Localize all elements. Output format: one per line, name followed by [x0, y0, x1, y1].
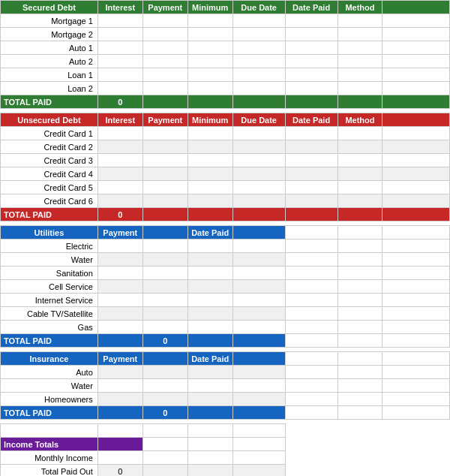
secured-loan1-datepaid[interactable] [285, 68, 338, 82]
utilities-sanitation-payment[interactable] [98, 267, 142, 280]
unsecured-cc6-payment[interactable] [142, 194, 188, 208]
insurance-water-payment[interactable] [98, 379, 142, 393]
secured-auto2-datepaid[interactable] [285, 55, 338, 68]
unsecured-cc6-minimum[interactable] [188, 194, 232, 208]
utilities-electric-c3[interactable] [142, 240, 188, 253]
utilities-water-c5[interactable] [232, 253, 285, 267]
income-totalpaidout-value[interactable]: 0 [98, 465, 142, 477]
insurance-homeowners-datepaid[interactable] [188, 393, 232, 406]
unsecured-cc5-interest[interactable] [98, 181, 142, 194]
utilities-internet-c3[interactable] [142, 294, 188, 307]
insurance-homeowners-payment[interactable] [98, 393, 142, 406]
unsecured-cc6-interest[interactable] [98, 194, 142, 208]
unsecured-cc6-method[interactable] [338, 194, 382, 208]
secured-loan2-extra[interactable] [382, 82, 450, 95]
secured-mortgage2-duedate[interactable] [232, 28, 285, 41]
secured-loan2-interest[interactable] [98, 82, 142, 95]
secured-mortgage2-extra[interactable] [382, 28, 450, 41]
secured-loan2-datepaid[interactable] [285, 82, 338, 95]
unsecured-cc1-datepaid[interactable] [285, 127, 338, 140]
unsecured-cc3-datepaid[interactable] [285, 154, 338, 167]
secured-auto1-datepaid[interactable] [285, 41, 338, 55]
secured-loan2-method[interactable] [338, 82, 382, 95]
unsecured-cc3-extra[interactable] [382, 154, 450, 167]
insurance-auto-payment[interactable] [98, 366, 142, 379]
unsecured-cc6-datepaid[interactable] [285, 194, 338, 208]
utilities-cellservice-c5[interactable] [232, 280, 285, 294]
unsecured-cc1-payment[interactable] [142, 127, 188, 140]
unsecured-cc4-duedate[interactable] [232, 167, 285, 181]
unsecured-cc4-extra[interactable] [382, 167, 450, 181]
utilities-water-c3[interactable] [142, 253, 188, 267]
unsecured-cc3-minimum[interactable] [188, 154, 232, 167]
secured-mortgage1-interest[interactable] [98, 14, 142, 28]
unsecured-cc5-extra[interactable] [382, 181, 450, 194]
secured-loan2-minimum[interactable] [188, 82, 232, 95]
secured-loan1-minimum[interactable] [188, 68, 232, 82]
secured-mortgage2-method[interactable] [338, 28, 382, 41]
utilities-electric-datepaid[interactable] [188, 240, 232, 253]
unsecured-cc6-duedate[interactable] [232, 194, 285, 208]
secured-mortgage1-method[interactable] [338, 14, 382, 28]
utilities-electric-payment[interactable] [98, 240, 142, 253]
utilities-cellservice-datepaid[interactable] [188, 280, 232, 294]
unsecured-cc1-interest[interactable] [98, 127, 142, 140]
unsecured-cc1-duedate[interactable] [232, 127, 285, 140]
unsecured-cc1-extra[interactable] [382, 127, 450, 140]
unsecured-cc5-duedate[interactable] [232, 181, 285, 194]
utilities-sanitation-c3[interactable] [142, 267, 188, 280]
secured-loan1-method[interactable] [338, 68, 382, 82]
secured-auto1-interest[interactable] [98, 41, 142, 55]
secured-auto1-method[interactable] [338, 41, 382, 55]
utilities-cable-datepaid[interactable] [188, 307, 232, 321]
utilities-water-datepaid[interactable] [188, 253, 232, 267]
secured-mortgage2-minimum[interactable] [188, 28, 232, 41]
utilities-cellservice-payment[interactable] [98, 280, 142, 294]
unsecured-cc5-method[interactable] [338, 181, 382, 194]
secured-auto2-minimum[interactable] [188, 55, 232, 68]
secured-loan1-payment[interactable] [142, 68, 188, 82]
unsecured-cc5-minimum[interactable] [188, 181, 232, 194]
insurance-auto-c5[interactable] [232, 366, 285, 379]
insurance-water-datepaid[interactable] [188, 379, 232, 393]
secured-auto2-duedate[interactable] [232, 55, 285, 68]
utilities-cable-c3[interactable] [142, 307, 188, 321]
utilities-gas-c5[interactable] [232, 321, 285, 334]
utilities-gas-payment[interactable] [98, 321, 142, 334]
utilities-cable-c5[interactable] [232, 307, 285, 321]
insurance-homeowners-c3[interactable] [142, 393, 188, 406]
secured-loan2-payment[interactable] [142, 82, 188, 95]
unsecured-cc4-method[interactable] [338, 167, 382, 181]
secured-mortgage2-datepaid[interactable] [285, 28, 338, 41]
unsecured-cc2-extra[interactable] [382, 140, 450, 154]
unsecured-cc3-payment[interactable] [142, 154, 188, 167]
unsecured-cc5-payment[interactable] [142, 181, 188, 194]
utilities-gas-c3[interactable] [142, 321, 188, 334]
unsecured-cc5-datepaid[interactable] [285, 181, 338, 194]
unsecured-cc4-payment[interactable] [142, 167, 188, 181]
unsecured-cc2-duedate[interactable] [232, 140, 285, 154]
utilities-internet-payment[interactable] [98, 294, 142, 307]
secured-loan1-extra[interactable] [382, 68, 450, 82]
utilities-water-payment[interactable] [98, 253, 142, 267]
income-monthly-value[interactable] [98, 451, 142, 465]
utilities-gas-datepaid[interactable] [188, 321, 232, 334]
secured-auto1-payment[interactable] [142, 41, 188, 55]
secured-auto1-minimum[interactable] [188, 41, 232, 55]
secured-mortgage1-minimum[interactable] [188, 14, 232, 28]
secured-loan2-duedate[interactable] [232, 82, 285, 95]
unsecured-cc1-minimum[interactable] [188, 127, 232, 140]
utilities-internet-c5[interactable] [232, 294, 285, 307]
unsecured-cc3-interest[interactable] [98, 154, 142, 167]
unsecured-cc2-interest[interactable] [98, 140, 142, 154]
utilities-cellservice-c3[interactable] [142, 280, 188, 294]
secured-mortgage1-duedate[interactable] [232, 14, 285, 28]
secured-loan1-interest[interactable] [98, 68, 142, 82]
unsecured-cc2-payment[interactable] [142, 140, 188, 154]
insurance-auto-c3[interactable] [142, 366, 188, 379]
secured-mortgage1-datepaid[interactable] [285, 14, 338, 28]
secured-auto2-method[interactable] [338, 55, 382, 68]
secured-auto2-interest[interactable] [98, 55, 142, 68]
utilities-cable-payment[interactable] [98, 307, 142, 321]
unsecured-cc4-minimum[interactable] [188, 167, 232, 181]
